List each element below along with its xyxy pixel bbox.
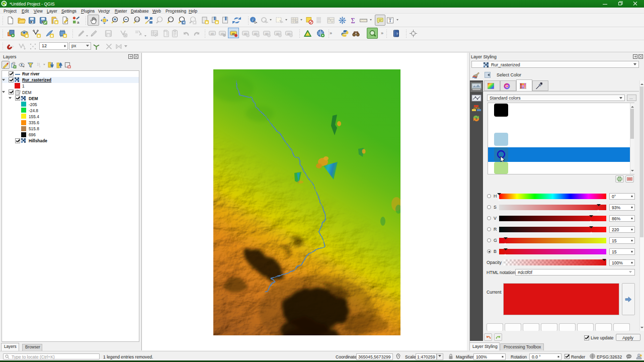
svg-text:1:1: 1:1	[135, 18, 139, 21]
svg-text:i: i	[252, 17, 253, 22]
svg-text:Σ: Σ	[351, 17, 355, 24]
svg-text:T: T	[388, 18, 391, 23]
svg-text:ab: ab	[211, 32, 214, 35]
svg-text:a: a	[77, 20, 79, 25]
svg-text:?: ?	[395, 31, 397, 36]
svg-text:ε: ε	[39, 65, 41, 68]
